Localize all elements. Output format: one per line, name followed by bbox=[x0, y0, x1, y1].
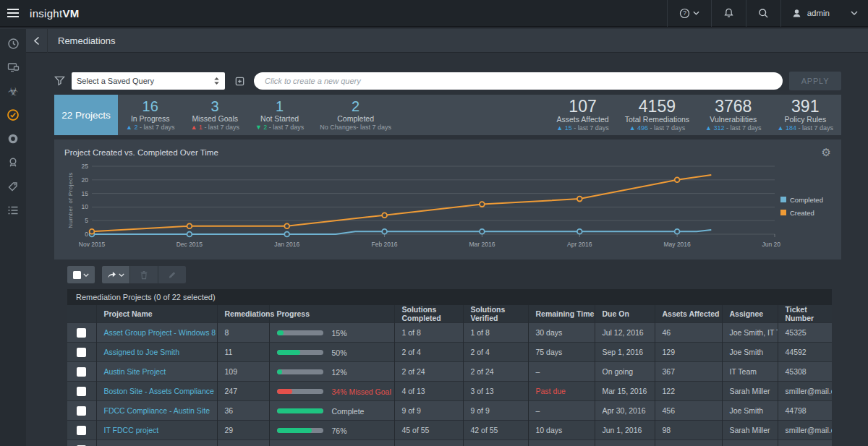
progress-bar bbox=[277, 389, 323, 394]
saved-query-select[interactable]: Select a Saved Query bbox=[72, 72, 225, 90]
help-menu-button[interactable]: ? bbox=[667, 0, 711, 27]
table-row: Boston Site - Assets Compliance24734% Mi… bbox=[67, 382, 832, 401]
column-header-assignee[interactable]: Assignee bbox=[722, 305, 778, 323]
select-all-dropdown-button[interactable] bbox=[67, 266, 95, 283]
stat-value: 3768 bbox=[705, 98, 761, 115]
page-title: Remediations bbox=[58, 35, 116, 46]
progress-cell: 50% bbox=[269, 343, 394, 362]
hamburger-menu-icon[interactable] bbox=[0, 0, 26, 27]
row-checkbox[interactable] bbox=[77, 328, 86, 338]
gear-icon[interactable]: ⚙ bbox=[822, 147, 831, 158]
stat-value: 1 bbox=[255, 98, 304, 114]
stat-label: Policy Rules bbox=[778, 115, 833, 124]
due-on-cell: Jun 1, 2016 bbox=[595, 421, 655, 440]
project-link[interactable]: Austin Site Project bbox=[104, 367, 166, 376]
column-header-remaining-time[interactable]: Remaining Time bbox=[528, 305, 595, 323]
stat-value: 3 bbox=[190, 98, 239, 114]
column-header-ticket-number[interactable]: Ticket Number bbox=[778, 305, 832, 323]
legend-item-completed: Completed bbox=[780, 196, 828, 204]
sidebar-item-list-icon[interactable] bbox=[3, 203, 23, 218]
assignee-cell: IT Team bbox=[722, 440, 778, 446]
stat-value: 391 bbox=[778, 98, 833, 115]
save-query-icon[interactable] bbox=[231, 73, 247, 89]
svg-text:25: 25 bbox=[82, 163, 89, 170]
column-header-solutions-completed[interactable]: Solutions Completed bbox=[394, 305, 463, 323]
solutions-verified-cell: 2 of 24 bbox=[463, 362, 528, 382]
legend-swatch bbox=[780, 197, 786, 202]
notifications-button[interactable] bbox=[711, 0, 746, 27]
delete-button[interactable] bbox=[130, 266, 158, 283]
ticket-number-cell: 44592 bbox=[778, 343, 832, 362]
assignee-cell: Sarah Miller bbox=[722, 421, 778, 440]
remediations-cell: 29 bbox=[217, 421, 269, 440]
apply-button[interactable]: APPLY bbox=[789, 72, 841, 90]
project-link[interactable]: Asset Group Project - Windows 8 bbox=[104, 328, 216, 337]
select-spinner-icon bbox=[213, 77, 220, 85]
project-name-cell: Austin Site Project bbox=[96, 362, 217, 382]
assignee-cell: Sarah Miller bbox=[722, 382, 778, 401]
progress-cell: 1% bbox=[269, 440, 394, 446]
chevron-down-icon bbox=[83, 273, 89, 277]
sidebar-item-assets-monitor-icon[interactable] bbox=[3, 60, 23, 74]
column-header-progress[interactable]: Progress bbox=[269, 305, 394, 323]
svg-text:Jan 2016: Jan 2016 bbox=[274, 241, 299, 248]
row-checkbox[interactable] bbox=[77, 387, 86, 396]
stat-delta: ▲ 15 - last 7 days bbox=[556, 124, 608, 132]
remediations-cell: 36 bbox=[217, 401, 269, 421]
share-dropdown-button[interactable] bbox=[102, 266, 129, 283]
query-bar: Select a Saved Query APPLY bbox=[54, 72, 841, 90]
row-checkbox[interactable] bbox=[77, 426, 86, 435]
remaining-time-cell: 30 days bbox=[528, 323, 595, 343]
project-link[interactable]: Boston Site - Assets Compliance bbox=[104, 387, 214, 395]
back-button[interactable] bbox=[26, 29, 48, 53]
sidebar-item-remediations-check-circle-icon[interactable] bbox=[3, 108, 23, 122]
edit-button[interactable] bbox=[158, 266, 186, 283]
row-checkbox[interactable] bbox=[77, 367, 86, 377]
progress-bar bbox=[277, 350, 323, 355]
svg-text:Nov 2015: Nov 2015 bbox=[79, 241, 106, 248]
table-row: IT FDCC project2976%45 of 5542 of 5510 d… bbox=[67, 421, 832, 440]
project-name-cell: Boston Site - Assets Compliance bbox=[96, 382, 217, 401]
user-menu-button[interactable]: admin bbox=[780, 0, 868, 27]
progress-cell: Complete bbox=[269, 401, 394, 421]
project-link[interactable]: Assigned to Joe Smith bbox=[104, 348, 179, 356]
ticket-number-cell: 44586 bbox=[778, 440, 832, 446]
stat-delta: ▲ 184 - last 7 days bbox=[778, 124, 833, 132]
sidebar-item-tag-icon[interactable] bbox=[3, 179, 23, 194]
help-icon: ? bbox=[679, 8, 690, 19]
svg-text:Jun 2016: Jun 2016 bbox=[762, 241, 780, 248]
sidebar-item-clock-icon[interactable] bbox=[3, 36, 23, 51]
stat-total-remediations: 4159 Total Remediations ▲ 496 - last 7 d… bbox=[617, 95, 697, 135]
column-header-due-on[interactable]: Due On bbox=[595, 305, 655, 323]
column-header-project-name[interactable]: Project Name bbox=[96, 305, 217, 323]
due-on-cell: Sep 1, 2016 bbox=[595, 343, 655, 362]
stat-value: 16 bbox=[126, 98, 174, 114]
column-header-solutions-verified[interactable]: Solutions Verified bbox=[463, 305, 528, 323]
row-checkbox[interactable] bbox=[77, 406, 86, 416]
row-checkbox[interactable] bbox=[77, 348, 86, 357]
project-link[interactable]: FDCC Compliance - Austin Site bbox=[104, 406, 210, 415]
stat-delta: ▲ 1 - last 7 days bbox=[190, 124, 239, 131]
assets-affected-cell: 110 bbox=[655, 440, 722, 446]
sidebar-item-donut-circle-icon[interactable] bbox=[3, 132, 23, 146]
due-on-cell: Sep 1, 2016 bbox=[595, 440, 655, 446]
svg-text:Apr 2016: Apr 2016 bbox=[567, 241, 592, 248]
column-header-assets-affected[interactable]: Assets Affected bbox=[655, 305, 722, 323]
sidebar-item-policy-badge-icon[interactable] bbox=[3, 155, 23, 170]
stat-in-progress: 16 In Progress ▲ 2 - last 7 days bbox=[118, 95, 182, 135]
solutions-verified-cell: 42 of 55 bbox=[463, 421, 528, 440]
project-link[interactable]: IT FDCC project bbox=[104, 426, 159, 434]
stats-left-group: 16 In Progress ▲ 2 - last 7 days3 Missed… bbox=[118, 95, 399, 135]
sidebar-item-vulnerabilities-biohazard-icon[interactable]: ☣ bbox=[3, 84, 23, 98]
project-name-cell: IT team project - Jul 15 bbox=[96, 440, 217, 446]
trash-icon bbox=[140, 270, 148, 280]
assignee-cell: Joe Smith bbox=[722, 343, 778, 362]
solutions-completed-cell: 9 of 9 bbox=[394, 401, 463, 421]
project-name-cell: Assigned to Joe Smith bbox=[96, 343, 217, 362]
remaining-time-cell: Past due bbox=[528, 382, 595, 401]
projects-count-box[interactable]: 22 Projects bbox=[54, 95, 118, 135]
search-button[interactable] bbox=[746, 0, 780, 27]
remediations-cell: 247 bbox=[217, 382, 269, 401]
new-query-input[interactable] bbox=[254, 72, 783, 90]
column-header-remediations[interactable]: Remediations bbox=[217, 305, 269, 323]
